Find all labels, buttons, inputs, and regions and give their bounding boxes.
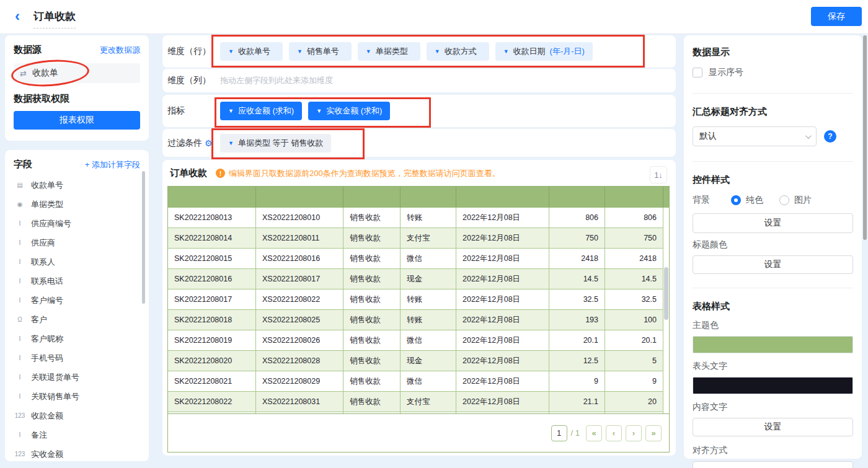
cell-date: 2022年12月08日 <box>456 371 549 392</box>
align-label: 对齐方式 <box>693 445 853 456</box>
datasource-panel: 数据源 更改数据源 ⇄ 收款单 数据获取权限 报表权限 <box>5 35 149 141</box>
cell-receipt-no: SK20221208017 <box>168 289 256 310</box>
field-item[interactable]: Ⅰ 客户编号 <box>14 291 140 310</box>
sort-order-icon[interactable]: 1↓ <box>650 166 667 183</box>
field-item[interactable]: 123 收款金额 <box>14 406 140 425</box>
field-item[interactable]: ◉ 单据类型 <box>14 195 140 214</box>
cell-received: 806 <box>605 208 663 228</box>
metric-pill[interactable]: ▼ 实收金额 (求和) <box>308 102 390 120</box>
report-permission-button[interactable]: 报表权限 <box>14 111 140 130</box>
table-row: SK20221208016 XS20221208017 销售收款 现金 2022… <box>168 269 669 289</box>
datasource-item[interactable]: ⇄ 收款单 <box>14 63 140 83</box>
cell-doc-type: 销售收款 <box>343 208 401 228</box>
title-color-set-button[interactable]: 设置 <box>693 255 853 274</box>
radio-unselected-icon <box>779 195 789 205</box>
dimension-pill[interactable]: ▼ 销售单号 <box>289 42 352 61</box>
field-item[interactable]: Ⅰ 供应商编号 <box>14 214 140 233</box>
field-item[interactable]: Ω 客户 <box>14 310 140 329</box>
header-text-label: 表头文字 <box>693 361 853 372</box>
cell-pay-method: 微信 <box>401 249 456 269</box>
summary-align-select[interactable]: 默认 <box>693 126 817 146</box>
field-item[interactable]: Ⅰ 关联退货单号 <box>14 368 140 387</box>
field-type-icon: Ⅰ <box>14 220 26 227</box>
back-icon[interactable]: ‹ <box>15 7 20 25</box>
dimension-pill[interactable]: ▼ 收款方式 <box>427 42 489 61</box>
field-label: 供应商编号 <box>31 218 71 229</box>
preview-notice: ! 编辑界面只取数据源前200条作为查询数据预览，完整数据请访问页面查看。 <box>216 168 500 179</box>
content-text-label: 内容文字 <box>693 402 853 413</box>
radio-solid-color[interactable]: 纯色 <box>731 195 763 206</box>
field-label: 客户 <box>31 314 47 325</box>
cell-doc-type: 销售收款 <box>343 351 401 371</box>
cell-date: 2022年12月08日 <box>456 392 549 412</box>
cell-received: 2418 <box>605 249 663 269</box>
show-index-checkbox-row[interactable]: 显示序号 <box>693 67 853 78</box>
checkbox-icon[interactable] <box>693 68 702 77</box>
data-display-title: 数据显示 <box>693 46 853 58</box>
theme-color-swatch[interactable] <box>693 336 853 353</box>
table-style-title: 表格样式 <box>693 301 853 312</box>
dimension-pill[interactable]: ▼ 单据类型 <box>358 42 420 61</box>
cell-doc-type: 销售收款 <box>343 392 401 412</box>
filter-pill[interactable]: ▼ 单据类型 等于 销售收款 <box>220 134 331 152</box>
field-label: 单据类型 <box>31 199 63 210</box>
radio-image[interactable]: 图片 <box>779 195 812 206</box>
settings-scrollbar[interactable] <box>863 35 867 240</box>
summary-align-value: 默认 <box>699 131 717 142</box>
field-item[interactable]: 123 实收金额 <box>14 444 140 461</box>
field-item[interactable]: Ⅰ 供应商 <box>14 233 140 252</box>
field-item[interactable]: ▤ 收款单号 <box>14 175 140 195</box>
field-type-icon: Ⅰ <box>14 297 26 304</box>
dimension-pill[interactable]: ▼ 收款单号 <box>220 42 283 61</box>
cell-date: 2022年12月08日 <box>456 330 549 351</box>
cell-sales-no: XS20221208029 <box>256 371 343 392</box>
page-number-input[interactable]: 1 <box>551 425 567 441</box>
cell-pay-method: 支付宝 <box>401 228 456 249</box>
field-type-icon: ◉ <box>14 201 26 208</box>
change-datasource-link[interactable]: 更改数据源 <box>100 45 140 56</box>
add-calc-field-link[interactable]: + 添加计算字段 <box>85 159 140 170</box>
field-item[interactable]: Ⅰ 联系人 <box>14 252 140 272</box>
field-item[interactable]: Ⅰ 关联销售单号 <box>14 387 140 406</box>
gear-icon[interactable]: ⚙ <box>205 138 213 148</box>
datasource-item-label: 收款单 <box>32 68 58 79</box>
radio-solid-label: 纯色 <box>746 195 763 206</box>
save-button[interactable]: 保存 <box>811 7 862 26</box>
align-select[interactable] <box>693 461 853 468</box>
header-text-color-swatch[interactable] <box>693 377 853 394</box>
field-item[interactable]: Ⅰ 备注 <box>14 425 140 444</box>
next-page-button[interactable]: › <box>626 425 642 441</box>
settings-panel: 数据显示 显示序号 汇总标题对齐方式 默认 ? 控件样式 背景 纯色 图片 设置… <box>684 35 862 459</box>
background-label: 背景 <box>693 195 731 206</box>
table-row: SK20221208022 XS20221208031 销售收款 支付宝 202… <box>168 392 669 412</box>
cell-doc-type: 销售收款 <box>343 371 401 392</box>
field-item[interactable]: Ⅰ 客户昵称 <box>14 329 140 348</box>
field-item[interactable]: Ⅰ 联系电话 <box>14 272 140 291</box>
last-page-button[interactable]: » <box>645 425 662 441</box>
fields-scrollbar[interactable] <box>142 171 145 304</box>
first-page-button[interactable]: « <box>586 425 602 441</box>
dimension-row-pills: ▼ 收款单号 ▼ 销售单号 ▼ 单据类型 ▼ 收款方式 ▼ 收款日期 (年-月-… <box>220 42 593 61</box>
background-set-button[interactable]: 设置 <box>693 213 853 233</box>
field-item[interactable]: Ⅰ 手机号码 <box>14 348 140 368</box>
cell-receivable: 32.5 <box>549 289 605 310</box>
cell-doc-type: 销售收款 <box>343 269 401 289</box>
dimension-pill[interactable]: ▼ 收款日期 (年-月-日) <box>495 42 593 61</box>
pagination: 1 / 1 « ‹ › » <box>168 413 669 452</box>
content-text-set-button[interactable]: 设置 <box>693 418 853 436</box>
cell-receipt-no: SK20221208013 <box>168 208 256 228</box>
cell-receivable: 21.1 <box>549 392 605 412</box>
help-icon[interactable]: ? <box>824 130 836 143</box>
table-header-cell <box>549 187 605 208</box>
table-header-cell <box>605 187 663 208</box>
field-label: 实收金额 <box>31 449 63 460</box>
filter-label: 过滤条件 ⚙ <box>167 138 220 149</box>
cell-receipt-no: SK20221208015 <box>168 249 256 269</box>
caret-down-icon: ▼ <box>228 108 234 114</box>
metric-pill[interactable]: ▼ 应收金额 (求和) <box>220 102 302 120</box>
prev-page-button[interactable]: ‹ <box>606 425 622 441</box>
cell-sales-no: XS20221208017 <box>256 269 343 289</box>
filter-pills: ▼ 单据类型 等于 销售收款 <box>220 134 331 152</box>
dimension-col-dropzone[interactable]: 拖动左侧字段到此处来添加维度 <box>220 75 333 86</box>
table-scrollbar[interactable] <box>664 267 668 320</box>
